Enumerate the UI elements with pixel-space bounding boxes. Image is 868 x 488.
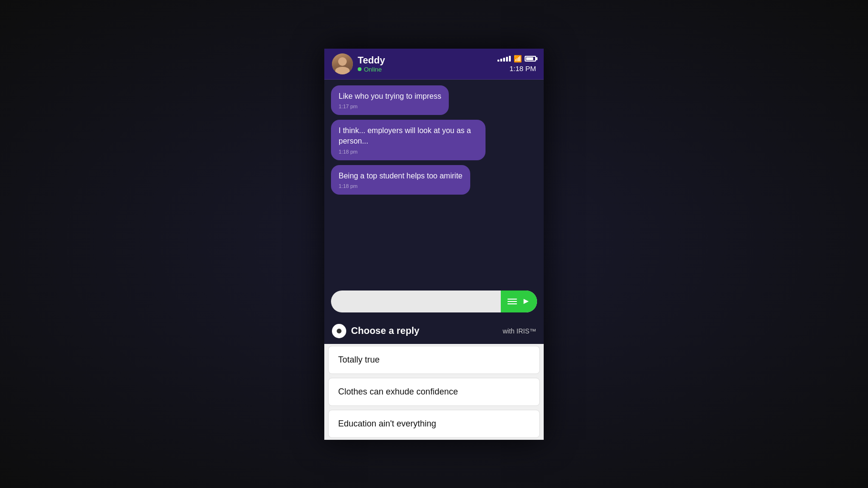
message-text: I think... employers will look at you as… [339,125,478,147]
message-time: 1:18 pm [339,149,478,155]
time-display: 1:18 PM [509,64,536,73]
signal-icon [497,56,511,62]
message-text: Being a top student helps too amirite [339,171,463,181]
input-area: ► [324,286,544,318]
message-input[interactable] [331,297,501,305]
reply-options: Totally true Clothes can exhude confiden… [324,344,544,440]
iris-inner [337,329,341,333]
menu-icon[interactable] [507,299,517,304]
reply-option-2[interactable]: Clothes can exhude confidence [328,378,540,406]
iris-icon [332,324,346,338]
online-status: Online [358,66,385,73]
header-info: Teddy Online [358,55,385,73]
message-time: 1:18 pm [339,183,463,189]
chat-area: Like who you trying to impress 1:17 pm I… [324,80,544,286]
reply-option-1[interactable]: Totally true [328,346,540,374]
avatar[interactable] [332,53,353,74]
message-text: Like who you trying to impress [339,91,441,102]
message-bubble: Being a top student helps too amirite 1:… [331,165,470,195]
contact-name: Teddy [358,55,385,66]
chat-header: Teddy Online 📶 [324,49,544,80]
phone-container: Teddy Online 📶 [324,49,544,440]
avatar-image [332,53,353,74]
reply-header: Choose a reply with IRIS™ [324,318,544,344]
wifi-icon: 📶 [514,55,522,62]
iris-brand: with IRIS™ [503,327,536,335]
send-button[interactable]: ► [522,296,530,306]
status-icons: 📶 [497,55,536,62]
reply-option-3[interactable]: Education ain't everything [328,410,540,438]
header-left: Teddy Online [332,53,385,74]
reply-option-text: Education ain't everything [338,419,436,428]
reply-option-text: Clothes can exhude confidence [338,387,458,396]
battery-icon [525,56,536,62]
reply-section: Choose a reply with IRIS™ Totally true C… [324,318,544,440]
input-buttons: ► [501,291,537,312]
reply-option-text: Totally true [338,355,380,364]
choose-reply-label: Choose a reply [351,325,419,336]
header-right: 📶 1:18 PM [497,55,536,73]
online-label: Online [364,66,382,73]
online-dot [358,67,362,71]
message-time: 1:17 pm [339,104,441,109]
message-bubble: Like who you trying to impress 1:17 pm [331,85,449,115]
reply-header-left: Choose a reply [332,324,419,338]
message-bubble: I think... employers will look at you as… [331,120,486,160]
input-row: ► [331,291,537,312]
